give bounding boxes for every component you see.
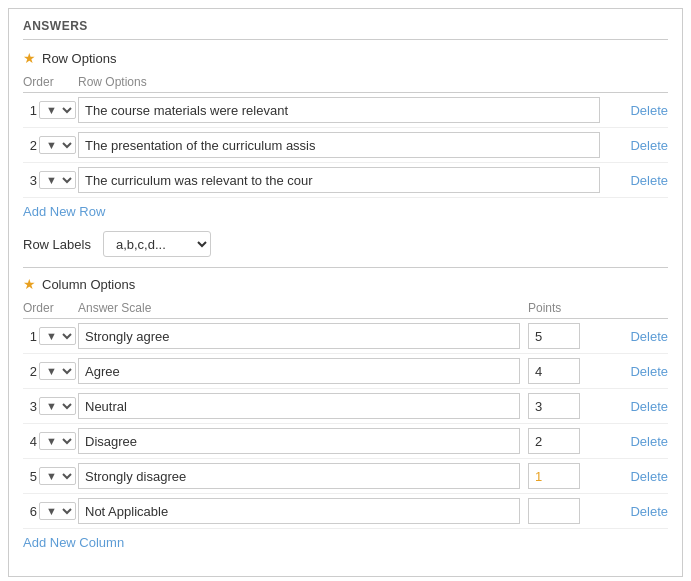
row-text-cell-1: [78, 97, 608, 123]
col-order-dropdown-3[interactable]: ▼: [39, 397, 76, 415]
row-options-table: Order Row Options 1 ▼ Delete: [23, 72, 668, 198]
row-delete-link-3[interactable]: Delete: [630, 173, 668, 188]
row-action-cell-2: Delete: [608, 138, 668, 153]
col-answer-input-3[interactable]: [78, 393, 520, 419]
col-order-cell-2: 2 ▼: [23, 362, 78, 380]
column-options-table-header: Order Answer Scale Points: [23, 298, 668, 319]
row-text-input-1[interactable]: [78, 97, 600, 123]
col-order-number-6: 6: [23, 504, 37, 519]
col-action-cell-3: Delete: [608, 399, 668, 414]
col-order-number-2: 2: [23, 364, 37, 379]
col-answer-cell-3: [78, 393, 528, 419]
col-points-cell-1: [528, 323, 608, 349]
row-action-cell-1: Delete: [608, 103, 668, 118]
row-order-cell-1: 1 ▼: [23, 101, 78, 119]
table-row: 5 ▼ Delete: [23, 459, 668, 494]
row-action-cell-3: Delete: [608, 173, 668, 188]
col-points-cell-2: [528, 358, 608, 384]
col-points-input-3[interactable]: [528, 393, 580, 419]
row-labels-select[interactable]: a,b,c,d... 1,2,3,4... A,B,C,D... None: [103, 231, 211, 257]
add-new-column-link[interactable]: Add New Column: [23, 535, 124, 550]
col-delete-link-2[interactable]: Delete: [630, 364, 668, 379]
col-delete-link-6[interactable]: Delete: [630, 504, 668, 519]
row-options-section: ★ Row Options Order Row Options 1 ▼: [23, 50, 668, 219]
col-points-input-1[interactable]: [528, 323, 580, 349]
col-action-cell-6: Delete: [608, 504, 668, 519]
column-options-star-icon: ★: [23, 276, 36, 292]
col-delete-link-3[interactable]: Delete: [630, 399, 668, 414]
col-order-dropdown-1[interactable]: ▼: [39, 327, 76, 345]
col-order-number-5: 5: [23, 469, 37, 484]
col-answer-input-5[interactable]: [78, 463, 520, 489]
table-row: 2 ▼ Delete: [23, 128, 668, 163]
col-action-cell-1: Delete: [608, 329, 668, 344]
row-order-dropdown-3[interactable]: ▼: [39, 171, 76, 189]
col-options-col-order: Order: [23, 301, 78, 315]
table-row: 6 ▼ Delete: [23, 494, 668, 529]
row-options-col-row-options: Row Options: [78, 75, 608, 89]
col-answer-input-6[interactable]: [78, 498, 520, 524]
add-new-row-link[interactable]: Add New Row: [23, 204, 105, 219]
row-order-number-2: 2: [23, 138, 37, 153]
row-text-input-2[interactable]: [78, 132, 600, 158]
col-answer-input-2[interactable]: [78, 358, 520, 384]
col-delete-link-4[interactable]: Delete: [630, 434, 668, 449]
col-points-input-5[interactable]: [528, 463, 580, 489]
col-points-cell-3: [528, 393, 608, 419]
row-order-number-1: 1: [23, 103, 37, 118]
col-answer-cell-5: [78, 463, 528, 489]
row-delete-link-2[interactable]: Delete: [630, 138, 668, 153]
col-options-col-answer-scale: Answer Scale: [78, 301, 528, 315]
row-order-cell-3: 3 ▼: [23, 171, 78, 189]
col-answer-cell-6: [78, 498, 528, 524]
col-order-number-3: 3: [23, 399, 37, 414]
col-points-input-4[interactable]: [528, 428, 580, 454]
col-answer-cell-4: [78, 428, 528, 454]
row-order-number-3: 3: [23, 173, 37, 188]
row-labels-row: Row Labels a,b,c,d... 1,2,3,4... A,B,C,D…: [23, 231, 668, 257]
col-order-cell-1: 1 ▼: [23, 327, 78, 345]
row-text-cell-2: [78, 132, 608, 158]
col-order-dropdown-2[interactable]: ▼: [39, 362, 76, 380]
row-order-cell-2: 2 ▼: [23, 136, 78, 154]
row-labels-label: Row Labels: [23, 237, 91, 252]
col-answer-input-1[interactable]: [78, 323, 520, 349]
section-title: ANSWERS: [23, 19, 668, 40]
row-options-star-icon: ★: [23, 50, 36, 66]
row-order-dropdown-1[interactable]: ▼: [39, 101, 76, 119]
table-row: 3 ▼ Delete: [23, 389, 668, 424]
col-answer-input-4[interactable]: [78, 428, 520, 454]
col-points-cell-6: [528, 498, 608, 524]
col-points-cell-4: [528, 428, 608, 454]
col-order-dropdown-5[interactable]: ▼: [39, 467, 76, 485]
col-order-dropdown-4[interactable]: ▼: [39, 432, 76, 450]
col-action-cell-4: Delete: [608, 434, 668, 449]
section-divider: [23, 267, 668, 268]
column-options-section: ★ Column Options Order Answer Scale Poin…: [23, 276, 668, 550]
col-points-cell-5: [528, 463, 608, 489]
table-row: 1 ▼ Delete: [23, 319, 668, 354]
col-delete-link-5[interactable]: Delete: [630, 469, 668, 484]
col-action-cell-5: Delete: [608, 469, 668, 484]
col-order-dropdown-6[interactable]: ▼: [39, 502, 76, 520]
col-options-col-points: Points: [528, 301, 608, 315]
col-answer-cell-2: [78, 358, 528, 384]
row-options-table-header: Order Row Options: [23, 72, 668, 93]
row-order-dropdown-2[interactable]: ▼: [39, 136, 76, 154]
col-points-input-6[interactable]: [528, 498, 580, 524]
col-order-cell-4: 4 ▼: [23, 432, 78, 450]
col-order-cell-5: 5 ▼: [23, 467, 78, 485]
col-order-cell-3: 3 ▼: [23, 397, 78, 415]
col-action-cell-2: Delete: [608, 364, 668, 379]
col-answer-cell-1: [78, 323, 528, 349]
col-points-input-2[interactable]: [528, 358, 580, 384]
table-row: 1 ▼ Delete: [23, 93, 668, 128]
column-options-table: Order Answer Scale Points 1 ▼ Delete: [23, 298, 668, 529]
row-delete-link-1[interactable]: Delete: [630, 103, 668, 118]
table-row: 3 ▼ Delete: [23, 163, 668, 198]
row-text-input-3[interactable]: [78, 167, 600, 193]
table-row: 2 ▼ Delete: [23, 354, 668, 389]
row-options-label: Row Options: [42, 51, 116, 66]
col-delete-link-1[interactable]: Delete: [630, 329, 668, 344]
row-options-col-order: Order: [23, 75, 78, 89]
